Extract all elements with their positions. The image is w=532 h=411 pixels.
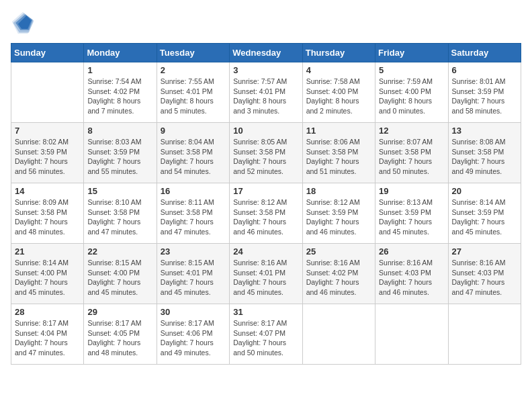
day-of-week-header: Friday	[375, 44, 448, 62]
day-number: 5	[379, 65, 444, 75]
day-info: Sunrise: 8:14 AM Sunset: 4:00 PM Dayligh…	[15, 258, 80, 298]
calendar-day-cell: 12Sunrise: 8:07 AM Sunset: 3:58 PM Dayli…	[375, 123, 448, 183]
day-info: Sunrise: 8:16 AM Sunset: 4:01 PM Dayligh…	[233, 258, 298, 298]
day-info: Sunrise: 8:16 AM Sunset: 4:03 PM Dayligh…	[379, 258, 444, 298]
day-info: Sunrise: 8:16 AM Sunset: 4:03 PM Dayligh…	[452, 258, 517, 298]
day-info: Sunrise: 7:58 AM Sunset: 4:00 PM Dayligh…	[306, 77, 371, 116]
day-number: 17	[233, 186, 298, 196]
day-info: Sunrise: 8:01 AM Sunset: 3:59 PM Dayligh…	[452, 77, 517, 116]
page-header	[11, 11, 521, 35]
calendar-day-cell: 7Sunrise: 8:02 AM Sunset: 3:59 PM Daylig…	[11, 123, 84, 183]
calendar-day-cell: 4Sunrise: 7:58 AM Sunset: 4:00 PM Daylig…	[302, 62, 375, 123]
calendar-day-cell: 17Sunrise: 8:12 AM Sunset: 3:58 PM Dayli…	[230, 183, 302, 244]
day-of-week-header: Thursday	[302, 44, 375, 62]
calendar-day-cell: 23Sunrise: 8:15 AM Sunset: 4:01 PM Dayli…	[157, 244, 229, 304]
calendar-day-cell: 16Sunrise: 8:11 AM Sunset: 3:58 PM Dayli…	[157, 183, 229, 244]
calendar-day-cell: 14Sunrise: 8:09 AM Sunset: 3:58 PM Dayli…	[11, 183, 84, 244]
calendar-day-cell: 9Sunrise: 8:04 AM Sunset: 3:58 PM Daylig…	[157, 123, 229, 183]
day-info: Sunrise: 8:17 AM Sunset: 4:07 PM Dayligh…	[233, 318, 298, 358]
calendar-week-row: 21Sunrise: 8:14 AM Sunset: 4:00 PM Dayli…	[11, 244, 521, 304]
calendar-day-cell: 3Sunrise: 7:57 AM Sunset: 4:01 PM Daylig…	[230, 62, 302, 123]
day-info: Sunrise: 8:08 AM Sunset: 3:58 PM Dayligh…	[452, 137, 517, 177]
day-info: Sunrise: 7:57 AM Sunset: 4:01 PM Dayligh…	[233, 77, 298, 116]
day-info: Sunrise: 7:55 AM Sunset: 4:01 PM Dayligh…	[161, 77, 226, 116]
calendar-week-row: 14Sunrise: 8:09 AM Sunset: 3:58 PM Dayli…	[11, 183, 521, 244]
day-info: Sunrise: 8:16 AM Sunset: 4:02 PM Dayligh…	[306, 258, 371, 298]
day-number: 21	[15, 246, 80, 257]
day-info: Sunrise: 8:09 AM Sunset: 3:58 PM Dayligh…	[15, 197, 80, 237]
logo	[11, 11, 38, 35]
calendar-day-cell: 10Sunrise: 8:05 AM Sunset: 3:58 PM Dayli…	[230, 123, 302, 183]
day-info: Sunrise: 7:54 AM Sunset: 4:02 PM Dayligh…	[87, 77, 152, 116]
day-number: 19	[379, 186, 444, 196]
day-number: 6	[452, 65, 517, 75]
calendar-day-cell: 15Sunrise: 8:10 AM Sunset: 3:58 PM Dayli…	[84, 183, 157, 244]
calendar-day-cell: 1Sunrise: 7:54 AM Sunset: 4:02 PM Daylig…	[84, 62, 157, 123]
day-number: 3	[233, 65, 298, 75]
calendar-day-cell: 6Sunrise: 8:01 AM Sunset: 3:59 PM Daylig…	[448, 62, 521, 123]
calendar-day-cell: 11Sunrise: 8:06 AM Sunset: 3:58 PM Dayli…	[302, 123, 375, 183]
calendar-day-cell: 27Sunrise: 8:16 AM Sunset: 4:03 PM Dayli…	[448, 244, 521, 304]
day-info: Sunrise: 8:17 AM Sunset: 4:05 PM Dayligh…	[87, 318, 152, 358]
day-number: 25	[306, 246, 371, 257]
day-number: 9	[161, 126, 226, 136]
day-number: 2	[161, 65, 226, 75]
day-info: Sunrise: 8:17 AM Sunset: 4:04 PM Dayligh…	[15, 318, 80, 358]
day-number: 10	[233, 126, 298, 136]
day-number: 27	[452, 246, 517, 257]
day-number: 24	[233, 246, 298, 257]
day-info: Sunrise: 8:02 AM Sunset: 3:59 PM Dayligh…	[15, 137, 80, 177]
day-number: 31	[233, 307, 298, 317]
day-number: 8	[87, 126, 152, 136]
calendar-day-cell: 19Sunrise: 8:13 AM Sunset: 3:59 PM Dayli…	[375, 183, 448, 244]
day-info: Sunrise: 8:17 AM Sunset: 4:06 PM Dayligh…	[161, 318, 226, 358]
day-of-week-header: Saturday	[448, 44, 521, 62]
day-number: 16	[161, 186, 226, 196]
calendar-day-cell: 25Sunrise: 8:16 AM Sunset: 4:02 PM Dayli…	[302, 244, 375, 304]
day-info: Sunrise: 8:12 AM Sunset: 3:59 PM Dayligh…	[306, 197, 371, 237]
day-number: 28	[15, 307, 80, 317]
calendar-day-cell	[375, 304, 448, 365]
calendar-day-cell: 13Sunrise: 8:08 AM Sunset: 3:58 PM Dayli…	[448, 123, 521, 183]
day-number: 11	[306, 126, 371, 136]
day-info: Sunrise: 8:15 AM Sunset: 4:00 PM Dayligh…	[87, 258, 152, 298]
calendar-day-cell: 28Sunrise: 8:17 AM Sunset: 4:04 PM Dayli…	[11, 304, 84, 365]
day-info: Sunrise: 8:03 AM Sunset: 3:59 PM Dayligh…	[87, 137, 152, 177]
day-of-week-header: Monday	[84, 44, 157, 62]
calendar-day-cell: 20Sunrise: 8:14 AM Sunset: 3:59 PM Dayli…	[448, 183, 521, 244]
logo-icon	[11, 11, 35, 35]
day-of-week-header: Sunday	[11, 44, 84, 62]
day-info: Sunrise: 8:15 AM Sunset: 4:01 PM Dayligh…	[161, 258, 226, 298]
calendar-day-cell: 24Sunrise: 8:16 AM Sunset: 4:01 PM Dayli…	[230, 244, 302, 304]
calendar-header-row: SundayMondayTuesdayWednesdayThursdayFrid…	[11, 44, 521, 62]
calendar-day-cell: 21Sunrise: 8:14 AM Sunset: 4:00 PM Dayli…	[11, 244, 84, 304]
calendar-week-row: 1Sunrise: 7:54 AM Sunset: 4:02 PM Daylig…	[11, 62, 521, 123]
day-number: 7	[15, 126, 80, 136]
day-number: 13	[452, 126, 517, 136]
calendar-day-cell: 8Sunrise: 8:03 AM Sunset: 3:59 PM Daylig…	[84, 123, 157, 183]
day-info: Sunrise: 8:06 AM Sunset: 3:58 PM Dayligh…	[306, 137, 371, 177]
calendar-day-cell: 26Sunrise: 8:16 AM Sunset: 4:03 PM Dayli…	[375, 244, 448, 304]
day-number: 14	[15, 186, 80, 196]
calendar-table: SundayMondayTuesdayWednesdayThursdayFrid…	[11, 43, 521, 365]
day-info: Sunrise: 8:14 AM Sunset: 3:59 PM Dayligh…	[452, 197, 517, 237]
day-number: 15	[87, 186, 152, 196]
day-number: 12	[379, 126, 444, 136]
calendar-week-row: 7Sunrise: 8:02 AM Sunset: 3:59 PM Daylig…	[11, 123, 521, 183]
calendar-day-cell: 29Sunrise: 8:17 AM Sunset: 4:05 PM Dayli…	[84, 304, 157, 365]
day-info: Sunrise: 8:07 AM Sunset: 3:58 PM Dayligh…	[379, 137, 444, 177]
day-number: 18	[306, 186, 371, 196]
day-info: Sunrise: 8:10 AM Sunset: 3:58 PM Dayligh…	[87, 197, 152, 237]
calendar-day-cell: 30Sunrise: 8:17 AM Sunset: 4:06 PM Dayli…	[157, 304, 229, 365]
day-number: 23	[161, 246, 226, 257]
day-number: 20	[452, 186, 517, 196]
day-info: Sunrise: 7:59 AM Sunset: 4:00 PM Dayligh…	[379, 77, 444, 116]
day-info: Sunrise: 8:05 AM Sunset: 3:58 PM Dayligh…	[233, 137, 298, 177]
day-info: Sunrise: 8:11 AM Sunset: 3:58 PM Dayligh…	[161, 197, 226, 237]
day-number: 29	[87, 307, 152, 317]
calendar-day-cell	[302, 304, 375, 365]
day-info: Sunrise: 8:13 AM Sunset: 3:59 PM Dayligh…	[379, 197, 444, 237]
calendar-day-cell: 2Sunrise: 7:55 AM Sunset: 4:01 PM Daylig…	[157, 62, 229, 123]
calendar-day-cell: 31Sunrise: 8:17 AM Sunset: 4:07 PM Dayli…	[230, 304, 302, 365]
calendar-day-cell: 18Sunrise: 8:12 AM Sunset: 3:59 PM Dayli…	[302, 183, 375, 244]
